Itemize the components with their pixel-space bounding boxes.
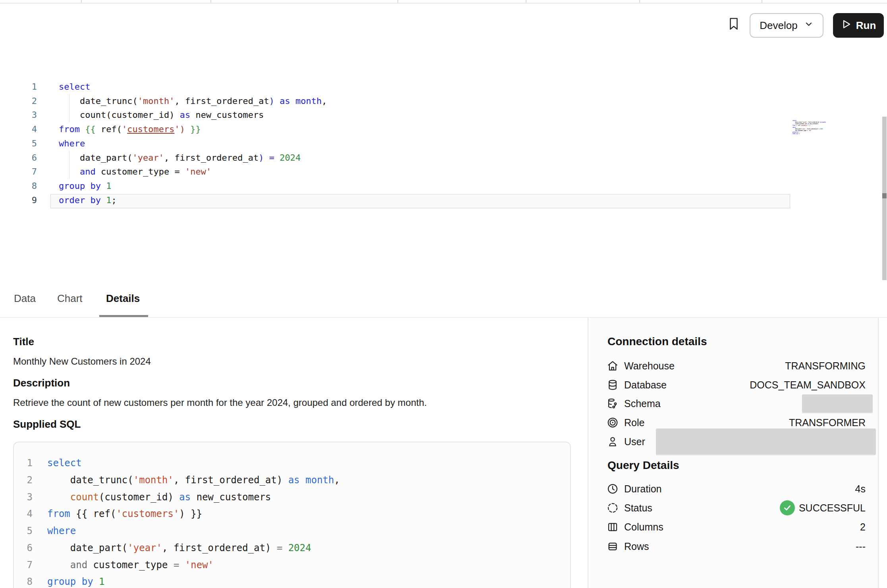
code-token: ) bbox=[180, 124, 185, 134]
code-token: from bbox=[47, 508, 70, 519]
code-token: group by bbox=[59, 181, 101, 191]
code-line: select bbox=[47, 455, 82, 472]
tab-divider bbox=[210, 0, 211, 3]
duration-icon bbox=[607, 483, 619, 495]
line-number: 8 bbox=[0, 179, 37, 193]
warehouse-icon bbox=[607, 360, 619, 372]
app-window: Develop Run Query completed in 4s En bbox=[0, 0, 887, 588]
editor-line: 7 and customer_type = 'new' bbox=[0, 165, 887, 179]
panel-row-rows: Rows--- bbox=[588, 537, 878, 556]
code-token: customer_type bbox=[87, 559, 174, 571]
code-token bbox=[185, 124, 190, 134]
code-token: 'new' bbox=[185, 167, 211, 177]
tab-details[interactable]: Details bbox=[106, 280, 140, 317]
code-token bbox=[80, 124, 85, 134]
supplied-sql-line: 3 count(customer_id) as new_customers bbox=[14, 489, 566, 506]
code-token: , first_ordered_at bbox=[174, 96, 269, 106]
bookmark-button[interactable] bbox=[724, 15, 743, 34]
tab-data[interactable]: Data bbox=[14, 280, 36, 317]
sql-editor[interactable]: 1select2 date_trunc('month', first_order… bbox=[0, 40, 887, 279]
panel-row-value: 4s bbox=[855, 479, 866, 498]
tab-divider bbox=[639, 0, 640, 3]
panel-row-label: Role bbox=[624, 413, 644, 432]
panel-row-status: StatusSUCCESSFUL bbox=[588, 498, 878, 517]
line-number: 6 bbox=[0, 151, 37, 165]
supplied-sql-block: 1select2 date_trunc('month', first_order… bbox=[13, 442, 571, 588]
code-line: group by 1 bbox=[47, 573, 105, 588]
editor-scrollbar-thumb[interactable] bbox=[882, 193, 887, 198]
line-number: 9 bbox=[0, 193, 37, 208]
code-token: order by bbox=[59, 195, 101, 205]
code-token: from bbox=[59, 124, 80, 134]
code-token bbox=[282, 542, 288, 553]
supplied-sql-line: 7 and customer_type = 'new' bbox=[14, 557, 566, 574]
code-token: select bbox=[47, 457, 82, 469]
code-token bbox=[179, 559, 185, 571]
code-line: and customer_type = 'new' bbox=[47, 557, 214, 574]
code-token: as month bbox=[820, 122, 825, 123]
code-token: = bbox=[277, 542, 282, 553]
tab-chart[interactable]: Chart bbox=[57, 280, 83, 317]
editor-minimap[interactable]: select date_trunc('month', first_ordered… bbox=[793, 120, 837, 139]
code-line: date_part('year', first_ordered_at) = 20… bbox=[47, 540, 311, 557]
code-token: ; bbox=[111, 195, 116, 205]
editor-line: 3 count(customer_id) as new_customers bbox=[0, 108, 887, 122]
code-token: order by bbox=[793, 133, 798, 135]
line-number: 4 bbox=[14, 505, 33, 523]
line-number: 1 bbox=[14, 455, 33, 472]
panel-row-label: Status bbox=[624, 498, 652, 517]
bookmark-icon bbox=[727, 17, 741, 32]
editor-line: 1select bbox=[0, 80, 887, 94]
run-button[interactable]: Run bbox=[833, 13, 884, 38]
code-token: , bbox=[825, 122, 826, 123]
line-number: 8 bbox=[14, 573, 33, 588]
code-line: date_part('year', first_ordered_at) = 20… bbox=[59, 151, 301, 165]
code-token: ref( bbox=[797, 125, 800, 126]
tab-divider bbox=[526, 0, 526, 3]
code-token: = bbox=[269, 153, 274, 163]
line-number: 7 bbox=[14, 557, 33, 574]
code-token: , bbox=[322, 96, 327, 106]
code-token: 'new' bbox=[808, 130, 812, 131]
description-value: Retrieve the count of new customers per … bbox=[13, 397, 427, 408]
code-token: 'new' bbox=[185, 559, 214, 571]
details-side-panel: Connection details WarehouseTRANSFORMING… bbox=[588, 318, 879, 588]
code-token: date_part( bbox=[47, 542, 127, 553]
code-token bbox=[264, 153, 269, 163]
header-bar: Develop Run bbox=[0, 4, 887, 41]
code-token: 2024 bbox=[820, 128, 823, 129]
code-token: new_customers bbox=[191, 492, 271, 503]
line-number: 2 bbox=[0, 94, 37, 108]
title-heading: Title bbox=[13, 336, 34, 348]
line-number: 2 bbox=[14, 472, 33, 489]
supplied-sql-line: 4from {{ ref('customers') }} bbox=[14, 505, 566, 523]
code-token: , bbox=[334, 475, 339, 486]
chevron-down-icon bbox=[804, 19, 814, 32]
active-tab-indicator bbox=[99, 315, 148, 317]
code-line: order by 1; bbox=[59, 193, 117, 208]
tab-divider bbox=[397, 0, 398, 3]
code-token bbox=[274, 153, 280, 163]
code-token: 2024 bbox=[280, 153, 301, 163]
code-line: and customer_type = 'new' bbox=[59, 165, 211, 179]
code-token: }} bbox=[190, 124, 201, 134]
code-line: group by 1 bbox=[59, 179, 111, 193]
line-number: 6 bbox=[14, 540, 33, 557]
code-token: ' bbox=[174, 124, 179, 134]
panel-row-label: Warehouse bbox=[624, 356, 675, 375]
code-token: and bbox=[70, 559, 87, 571]
editor-line: 6 date_part('year', first_ordered_at) = … bbox=[0, 151, 887, 165]
code-token bbox=[101, 181, 106, 191]
develop-dropdown-button[interactable]: Develop bbox=[750, 13, 823, 38]
code-token: 1 bbox=[106, 181, 111, 191]
code-token: group by bbox=[47, 576, 93, 587]
code-token bbox=[274, 96, 280, 106]
code-line: count(customer_id) as new_customers bbox=[59, 108, 264, 122]
editor-line: 9order by 1; bbox=[0, 193, 887, 208]
supplied-sql-line: 6 date_part('year', first_ordered_at) = … bbox=[14, 540, 566, 557]
code-token: ref( bbox=[96, 124, 122, 134]
supplied-sql-line: 5where bbox=[14, 523, 566, 540]
connection-details-heading: Connection details bbox=[607, 335, 707, 348]
code-line: count(customer_id) as new_customers bbox=[47, 489, 271, 506]
panel-row-value: 2 bbox=[860, 517, 866, 536]
